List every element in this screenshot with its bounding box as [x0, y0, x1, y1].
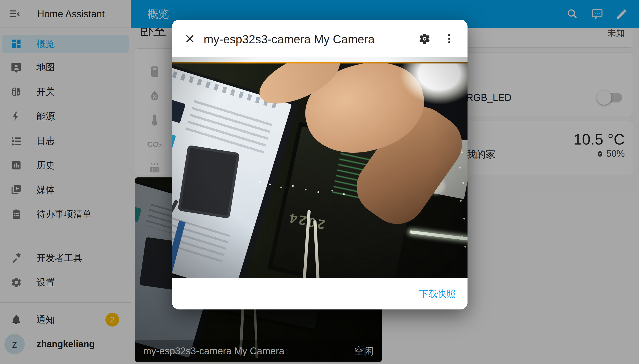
camera-dialog: my-esp32s3-camera My Camera 2024 [172, 20, 468, 309]
entity-settings-button[interactable] [419, 33, 431, 45]
vignette [172, 57, 468, 278]
dialog-header: my-esp32s3-camera My Camera [172, 20, 468, 57]
camera-live-image: 2024 [172, 57, 468, 278]
download-snapshot-button[interactable]: 下载快照 [417, 288, 457, 301]
close-button[interactable] [184, 33, 196, 45]
app-window: Home Assistant 概览 地图 [0, 0, 639, 364]
dialog-title: my-esp32s3-camera My Camera [204, 32, 375, 46]
more-options-button[interactable] [443, 33, 455, 45]
kebab-menu-icon [443, 33, 455, 45]
gear-icon [419, 33, 431, 45]
dialog-footer: 下载快照 [172, 278, 468, 309]
close-icon [184, 33, 196, 45]
